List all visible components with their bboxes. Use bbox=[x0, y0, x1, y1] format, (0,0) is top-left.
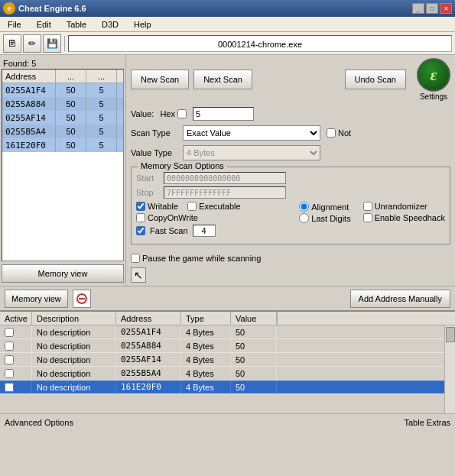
res-row-3-checkbox[interactable] bbox=[5, 369, 14, 378]
addr-row-2[interactable]: 0255AF14 50 5 bbox=[2, 111, 123, 125]
stop-button[interactable] bbox=[73, 290, 91, 308]
value-label: Value: bbox=[131, 109, 154, 118]
res-row-1-checkbox[interactable] bbox=[5, 342, 14, 351]
res-row-0-checkbox[interactable] bbox=[5, 328, 14, 337]
writable-label: Writable bbox=[148, 202, 178, 211]
value-type-label: Value Type bbox=[131, 148, 177, 157]
toolbar-new-btn[interactable]: 🖹 bbox=[3, 34, 21, 53]
memory-view-button[interactable]: Memory view bbox=[2, 264, 124, 283]
add-address-manually-button[interactable]: Add Address Manually bbox=[350, 290, 450, 308]
res-cell-1-desc: No description bbox=[32, 339, 116, 352]
results-scrollbar[interactable] bbox=[444, 325, 455, 413]
app-icon: e bbox=[3, 2, 15, 15]
scan-type-select[interactable]: Exact Value Bigger than... Smaller than.… bbox=[183, 125, 320, 141]
executable-checkbox[interactable] bbox=[187, 202, 197, 211]
last-digits-radio-input[interactable] bbox=[299, 213, 309, 223]
scroll-thumb[interactable] bbox=[446, 327, 455, 342]
right-options: Unrandomizer Enable Speedhack bbox=[363, 202, 445, 239]
table-extras-link[interactable]: Table Extras bbox=[404, 418, 450, 427]
mem-stop-input[interactable] bbox=[164, 186, 286, 199]
unrandomizer-checkbox[interactable] bbox=[363, 202, 372, 211]
addr-cell-3-val2: 5 bbox=[86, 125, 117, 138]
title-bar-left: e Cheat Engine 6.6 bbox=[3, 2, 86, 15]
res-cell-4-type: 4 Bytes bbox=[181, 380, 231, 393]
addr-cell-3-address: 0255B5A4 bbox=[2, 125, 56, 138]
mem-start-label: Start bbox=[136, 173, 159, 183]
alignment-radio-input[interactable] bbox=[299, 202, 309, 212]
result-row-1[interactable]: No description 0255A884 4 Bytes 50 bbox=[0, 339, 444, 353]
fastscan-checkbox[interactable] bbox=[136, 226, 145, 235]
fastscan-value[interactable] bbox=[193, 225, 216, 237]
toolbar-edit-btn[interactable]: ✏ bbox=[23, 34, 41, 53]
addr-row-1[interactable]: 0255A884 50 5 bbox=[2, 97, 123, 111]
value-type-select[interactable]: 4 Bytes Byte 2 Bytes bbox=[183, 145, 320, 160]
addr-cell-4-val2: 5 bbox=[86, 138, 117, 152]
maximize-button[interactable]: □ bbox=[426, 3, 438, 14]
menu-help[interactable]: Help bbox=[129, 18, 156, 31]
mem-start-input[interactable] bbox=[164, 172, 286, 184]
res-cell-1-value: 50 bbox=[231, 339, 277, 352]
mem-stop-label: Stop bbox=[136, 188, 159, 197]
undo-scan-button[interactable]: Undo Scan bbox=[345, 70, 406, 89]
not-checkbox[interactable] bbox=[327, 128, 336, 138]
value-row: Value: Hex bbox=[131, 107, 450, 121]
close-button[interactable]: ✕ bbox=[440, 3, 452, 14]
results-header: Active Description Address Type Value bbox=[0, 312, 455, 325]
result-row-3[interactable]: No description 0255B5A4 4 Bytes 50 bbox=[0, 367, 444, 380]
settings-label[interactable]: Settings bbox=[420, 92, 447, 101]
alignment-label: Alignment bbox=[311, 202, 349, 212]
right-side: New Scan Next Scan Undo Scan ε Settings … bbox=[126, 55, 455, 286]
addr-row-4[interactable]: 161E20F0 50 5 bbox=[2, 138, 123, 152]
results-panel: Active Description Address Type Value No… bbox=[0, 310, 455, 413]
new-scan-button[interactable]: New Scan bbox=[131, 70, 189, 89]
minimize-button[interactable]: _ bbox=[412, 3, 424, 14]
alignment-group: Alignment Last Digits bbox=[299, 202, 350, 239]
res-row-2-checkbox[interactable] bbox=[5, 355, 14, 364]
alignment-radio: Alignment bbox=[299, 202, 350, 212]
menu-bar: File Edit Table D3D Help bbox=[0, 17, 455, 32]
toolbar-save-btn[interactable]: 💾 bbox=[43, 34, 61, 53]
addr-header-col2: ... bbox=[56, 70, 86, 83]
scan-buttons-row: New Scan Next Scan Undo Scan ε Settings bbox=[131, 58, 450, 101]
executable-label: Executable bbox=[199, 202, 240, 211]
hex-checkbox[interactable] bbox=[177, 109, 187, 118]
res-cell-0-active bbox=[0, 325, 32, 338]
next-scan-button[interactable]: Next Scan bbox=[193, 70, 252, 89]
scrollbar[interactable] bbox=[277, 312, 288, 325]
menu-file[interactable]: File bbox=[3, 18, 26, 31]
process-title: 00001214-chrome.exe bbox=[68, 35, 452, 52]
speedhack-checkbox[interactable] bbox=[363, 213, 372, 222]
res-cell-2-active bbox=[0, 353, 32, 366]
value-input[interactable] bbox=[193, 107, 254, 121]
memory-view-toolbar-btn[interactable]: Memory view bbox=[5, 290, 68, 308]
menu-table[interactable]: Table bbox=[62, 18, 91, 31]
arrow-icon[interactable]: ↖ bbox=[131, 267, 146, 283]
res-cell-1-addr: 0255A884 bbox=[116, 339, 181, 352]
pause-label: Pause the game while scanning bbox=[142, 254, 261, 263]
toolbar: 🖹 ✏ 💾 00001214-chrome.exe bbox=[0, 32, 455, 55]
unrandomizer-label: Unrandomizer bbox=[375, 202, 427, 211]
addr-cell-1-val2: 5 bbox=[86, 97, 117, 111]
advanced-options-link[interactable]: Advanced Options bbox=[5, 418, 73, 427]
res-cell-1-type: 4 Bytes bbox=[181, 339, 231, 352]
addr-row-0[interactable]: 0255A1F4 50 5 bbox=[2, 83, 123, 97]
result-row-0[interactable]: No description 0255A1F4 4 Bytes 50 bbox=[0, 325, 444, 339]
menu-edit[interactable]: Edit bbox=[32, 18, 56, 31]
writable-checkbox[interactable] bbox=[136, 202, 145, 211]
menu-d3d[interactable]: D3D bbox=[97, 18, 123, 31]
addr-cell-3-val1: 50 bbox=[56, 125, 86, 138]
title-bar: e Cheat Engine 6.6 _ □ ✕ bbox=[0, 0, 455, 17]
pause-checkbox[interactable] bbox=[131, 254, 140, 263]
result-row-2[interactable]: No description 0255AF14 4 Bytes 50 bbox=[0, 353, 444, 367]
scan-type-row: Scan Type Exact Value Bigger than... Sma… bbox=[131, 125, 450, 141]
not-check: Not bbox=[327, 128, 351, 138]
res-row-4-checkbox[interactable] bbox=[5, 383, 14, 392]
fast-scan-row: Fast Scan bbox=[136, 225, 287, 237]
cow-checkbox[interactable] bbox=[136, 213, 145, 222]
memory-scan-options: Memory Scan Options Start Stop Writable bbox=[131, 167, 450, 244]
last-digits-radio: Last Digits bbox=[299, 213, 350, 223]
addr-row-3[interactable]: 0255B5A4 50 5 bbox=[2, 125, 123, 138]
res-header-value: Value bbox=[231, 312, 277, 325]
result-row-4[interactable]: No description 161E20F0 4 Bytes 50 bbox=[0, 380, 444, 394]
addr-cell-0-val1: 50 bbox=[56, 83, 86, 97]
